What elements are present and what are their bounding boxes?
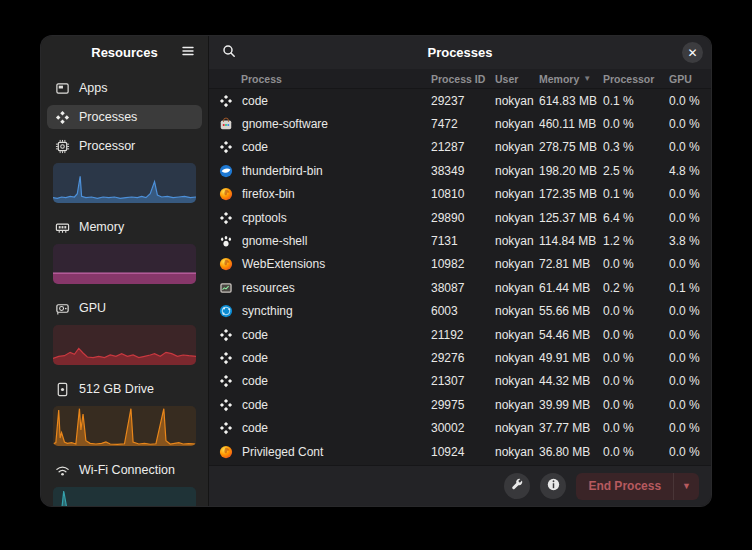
end-process-dropdown-button[interactable]: ▼ <box>673 473 699 500</box>
main-headerbar: Processes ✕ <box>209 36 711 69</box>
software-icon <box>219 117 233 131</box>
syncthing-icon <box>219 304 233 318</box>
process-cpu: 0.0 % <box>603 398 669 412</box>
sidebar-item-memory[interactable]: Memory <box>47 215 202 239</box>
wrench-icon <box>511 477 524 495</box>
column-header-pid[interactable]: Process ID <box>431 73 495 85</box>
process-id: 10924 <box>431 445 495 459</box>
process-id: 7472 <box>431 117 495 131</box>
process-memory: 198.20 MB <box>539 164 603 178</box>
column-header-memory[interactable]: Memory▼ <box>539 73 603 85</box>
close-icon: ✕ <box>687 47 697 59</box>
process-gpu: 0.0 % <box>669 117 711 131</box>
firefox-icon <box>219 187 233 201</box>
end-process-split-button: End Process ▼ <box>576 473 699 500</box>
table-row[interactable]: firefox-bin 10810 nokyan 172.35 MB 0.1 %… <box>209 183 711 206</box>
vscode-icon <box>219 421 233 435</box>
process-options-button[interactable] <box>504 473 530 499</box>
process-id: 29890 <box>431 211 495 225</box>
sidebar: Resources Apps Processes <box>41 36 209 506</box>
table-row[interactable]: code 29975 nokyan 39.99 MB 0.0 % 0.0 % <box>209 393 711 416</box>
process-id: 29237 <box>431 94 495 108</box>
column-header-processor[interactable]: Processor <box>603 73 669 85</box>
sidebar-item-processor[interactable]: Processor <box>47 134 202 158</box>
sort-descending-icon: ▼ <box>583 74 591 83</box>
process-user: nokyan <box>495 351 539 365</box>
process-id: 30002 <box>431 421 495 435</box>
vscode-icon <box>219 374 233 388</box>
sidebar-item-gpu[interactable]: GPU <box>47 296 202 320</box>
table-row[interactable]: gnome-software 7472 nokyan 460.11 MB 0.0… <box>209 112 711 135</box>
process-name: code <box>242 140 268 154</box>
process-gpu: 0.0 % <box>669 374 711 388</box>
process-name: cpptools <box>242 211 287 225</box>
process-id: 10810 <box>431 187 495 201</box>
process-name: syncthing <box>242 304 293 318</box>
search-icon <box>222 44 236 62</box>
sidebar-item-wifi[interactable]: Wi-Fi Connection <box>47 458 202 482</box>
app-title: Resources <box>91 45 157 60</box>
table-row[interactable]: gnome-shell 7131 nokyan 114.84 MB 1.2 % … <box>209 229 711 252</box>
table-row[interactable]: code 30002 nokyan 37.77 MB 0.0 % 0.0 % <box>209 416 711 439</box>
process-cpu: 2.5 % <box>603 164 669 178</box>
table-row[interactable]: code 29276 nokyan 49.91 MB 0.0 % 0.0 % <box>209 346 711 369</box>
main-menu-button[interactable] <box>176 41 200 65</box>
process-memory: 39.99 MB <box>539 398 603 412</box>
process-id: 6003 <box>431 304 495 318</box>
table-row[interactable]: syncthing 6003 nokyan 55.66 MB 0.0 % 0.0… <box>209 300 711 323</box>
process-gpu: 0.0 % <box>669 328 711 342</box>
column-header-process[interactable]: Process <box>219 73 431 85</box>
process-user: nokyan <box>495 421 539 435</box>
process-cpu: 0.1 % <box>603 187 669 201</box>
table-row[interactable]: Privileged Cont 10924 nokyan 36.80 MB 0.… <box>209 440 711 463</box>
process-gpu: 0.0 % <box>669 421 711 435</box>
close-button[interactable]: ✕ <box>682 42 703 63</box>
process-memory: 125.37 MB <box>539 211 603 225</box>
process-id: 21287 <box>431 140 495 154</box>
gpu-usage-chart <box>53 325 196 365</box>
process-memory: 614.83 MB <box>539 94 603 108</box>
process-info-button[interactable] <box>540 473 566 499</box>
process-name: firefox-bin <box>242 187 295 201</box>
search-button[interactable] <box>217 41 241 65</box>
process-name: code <box>242 421 268 435</box>
hamburger-icon <box>181 44 195 62</box>
column-header-gpu[interactable]: GPU <box>669 73 711 85</box>
end-process-button[interactable]: End Process <box>576 473 673 500</box>
thunderbird-icon <box>219 164 233 178</box>
process-id: 10982 <box>431 257 495 271</box>
table-row[interactable]: code 21192 nokyan 54.46 MB 0.0 % 0.0 % <box>209 323 711 346</box>
sidebar-item-processes[interactable]: Processes <box>47 105 202 129</box>
process-gpu: 0.0 % <box>669 304 711 318</box>
table-row[interactable]: code 21307 nokyan 44.32 MB 0.0 % 0.0 % <box>209 370 711 393</box>
process-gpu: 0.0 % <box>669 445 711 459</box>
footer-action-bar: End Process ▼ <box>209 465 711 506</box>
process-name: WebExtensions <box>242 257 325 271</box>
firefox-icon <box>219 257 233 271</box>
sidebar-nav: Apps Processes Processor <box>41 69 208 506</box>
table-row[interactable]: cpptools 29890 nokyan 125.37 MB 6.4 % 0.… <box>209 206 711 229</box>
process-user: nokyan <box>495 211 539 225</box>
process-cpu: 0.0 % <box>603 445 669 459</box>
column-header-user[interactable]: User <box>495 73 539 85</box>
table-row[interactable]: code 21287 nokyan 278.75 MB 0.3 % 0.0 % <box>209 136 711 159</box>
table-row[interactable]: thunderbird-bin 38349 nokyan 198.20 MB 2… <box>209 159 711 182</box>
table-row[interactable]: code 29237 nokyan 614.83 MB 0.1 % 0.0 % <box>209 89 711 112</box>
process-user: nokyan <box>495 164 539 178</box>
process-memory: 278.75 MB <box>539 140 603 154</box>
process-cpu: 0.0 % <box>603 117 669 131</box>
table-row[interactable]: WebExtensions 10982 nokyan 72.81 MB 0.0 … <box>209 253 711 276</box>
process-gpu: 4.8 % <box>669 164 711 178</box>
sidebar-item-label: 512 GB Drive <box>79 382 154 396</box>
process-name: code <box>242 398 268 412</box>
drive-usage-chart <box>53 406 196 446</box>
process-name: code <box>242 374 268 388</box>
table-row[interactable]: resources 38087 nokyan 61.44 MB 0.2 % 0.… <box>209 276 711 299</box>
process-id: 29975 <box>431 398 495 412</box>
process-gpu: 0.0 % <box>669 187 711 201</box>
info-icon <box>547 477 560 495</box>
sidebar-item-apps[interactable]: Apps <box>47 76 202 100</box>
sidebar-item-drive[interactable]: 512 GB Drive <box>47 377 202 401</box>
process-memory: 36.80 MB <box>539 445 603 459</box>
page-title: Processes <box>427 45 492 60</box>
